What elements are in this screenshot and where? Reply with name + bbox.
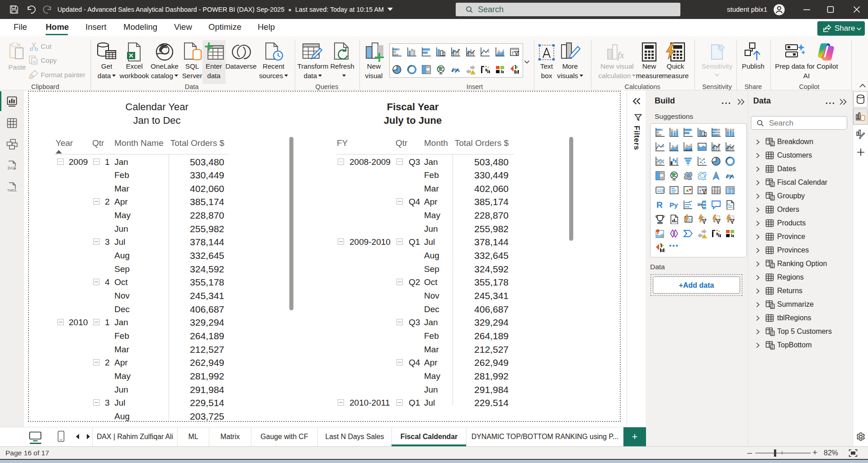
svg-text:123: 123: [657, 188, 664, 193]
svg-text:Py: Py: [670, 201, 678, 209]
svg-text:R: R: [656, 200, 663, 210]
svg-text:DAX: DAX: [8, 166, 16, 170]
svg-text:TMDL: TMDL: [7, 188, 17, 192]
svg-text:fx: fx: [618, 50, 624, 61]
